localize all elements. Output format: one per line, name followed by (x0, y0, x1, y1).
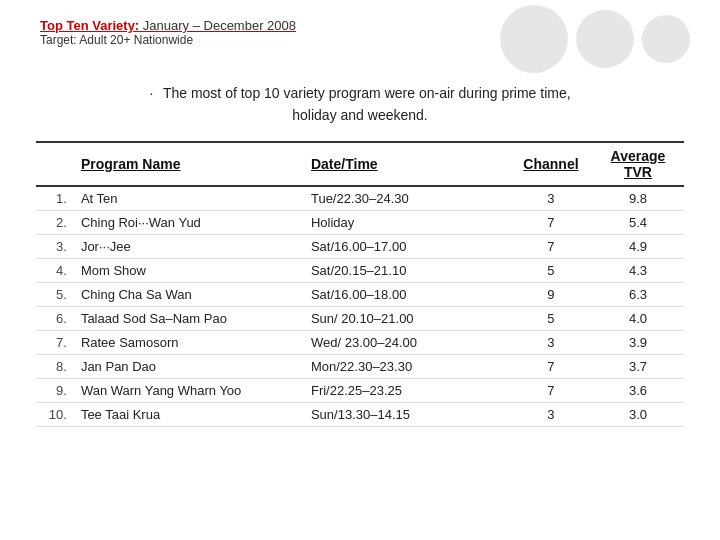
cell-tvr: 9.8 (592, 186, 684, 211)
cell-num: 2. (36, 210, 73, 234)
cell-tvr: 3.0 (592, 402, 684, 426)
title-line: Top Ten Variety: January – December 2008 (40, 18, 296, 33)
cell-datetime: Sun/ 20.10–21.00 (303, 306, 510, 330)
cell-datetime: Sun/13.30–14.15 (303, 402, 510, 426)
col-header-channel: Channel (510, 142, 592, 186)
table-body: 1. At Ten Tue/22.30–24.30 3 9.8 2. Ching… (36, 186, 684, 427)
cell-channel: 3 (510, 186, 592, 211)
cell-num: 5. (36, 282, 73, 306)
intro-line2: holiday and weekend. (0, 104, 720, 126)
table-row: 1. At Ten Tue/22.30–24.30 3 9.8 (36, 186, 684, 211)
cell-tvr: 4.0 (592, 306, 684, 330)
cell-name: Wan Warn Yang Wharn Yoo (73, 378, 303, 402)
cell-name: Ratee Samosorn (73, 330, 303, 354)
col-header-date: Date/Time (303, 142, 510, 186)
circle-2 (576, 10, 634, 68)
cell-tvr: 4.9 (592, 234, 684, 258)
cell-name: Ching Roi···Wan Yud (73, 210, 303, 234)
cell-num: 6. (36, 306, 73, 330)
table-row: 2. Ching Roi···Wan Yud Holiday 7 5.4 (36, 210, 684, 234)
cell-num: 4. (36, 258, 73, 282)
cell-num: 3. (36, 234, 73, 258)
cell-name: Mom Show (73, 258, 303, 282)
cell-channel: 7 (510, 210, 592, 234)
cell-name: Jan Pan Dao (73, 354, 303, 378)
cell-channel: 5 (510, 258, 592, 282)
table-row: 9. Wan Warn Yang Wharn Yoo Fri/22.25–23.… (36, 378, 684, 402)
cell-tvr: 3.7 (592, 354, 684, 378)
table-row: 7. Ratee Samosorn Wed/ 23.00–24.00 3 3.9 (36, 330, 684, 354)
cell-datetime: Tue/22.30–24.30 (303, 186, 510, 211)
cell-num: 8. (36, 354, 73, 378)
cell-channel: 7 (510, 234, 592, 258)
intro-text: · The most of top 10 variety program wer… (0, 82, 720, 127)
cell-tvr: 5.4 (592, 210, 684, 234)
cell-channel: 7 (510, 378, 592, 402)
table-row: 4. Mom Show Sat/20.15–21.10 5 4.3 (36, 258, 684, 282)
cell-tvr: 3.9 (592, 330, 684, 354)
table-row: 5. Ching Cha Sa Wan Sat/16.00–18.00 9 6.… (36, 282, 684, 306)
data-table-wrapper: Program Name Date/Time Channel Average T… (36, 141, 684, 427)
cell-datetime: Mon/22.30–23.30 (303, 354, 510, 378)
table-row: 3. Jor···Jee Sat/16.00–17.00 7 4.9 (36, 234, 684, 258)
cell-name: Tee Taai Krua (73, 402, 303, 426)
header-area: Top Ten Variety: January – December 2008… (40, 18, 296, 47)
table-row: 6. Talaad Sod Sa–Nam Pao Sun/ 20.10–21.0… (36, 306, 684, 330)
rankings-table: Program Name Date/Time Channel Average T… (36, 141, 684, 427)
cell-name: At Ten (73, 186, 303, 211)
cell-tvr: 6.3 (592, 282, 684, 306)
cell-num: 7. (36, 330, 73, 354)
cell-tvr: 4.3 (592, 258, 684, 282)
cell-name: Ching Cha Sa Wan (73, 282, 303, 306)
cell-datetime: Fri/22.25–23.25 (303, 378, 510, 402)
cell-channel: 9 (510, 282, 592, 306)
col-header-num (36, 142, 73, 186)
cell-channel: 3 (510, 330, 592, 354)
title-bold: Top Ten Variety: (40, 18, 139, 33)
col-header-name: Program Name (73, 142, 303, 186)
col-header-tvr: Average TVR (592, 142, 684, 186)
table-row: 10. Tee Taai Krua Sun/13.30–14.15 3 3.0 (36, 402, 684, 426)
decorative-circles (500, 5, 690, 73)
bullet: · (149, 85, 153, 101)
title-rest: January – December 2008 (139, 18, 296, 33)
subtitle-line: Target: Adult 20+ Nationwide (40, 33, 296, 47)
cell-name: Talaad Sod Sa–Nam Pao (73, 306, 303, 330)
cell-num: 10. (36, 402, 73, 426)
cell-num: 9. (36, 378, 73, 402)
table-row: 8. Jan Pan Dao Mon/22.30–23.30 7 3.7 (36, 354, 684, 378)
cell-datetime: Sat/20.15–21.10 (303, 258, 510, 282)
cell-datetime: Holiday (303, 210, 510, 234)
cell-channel: 5 (510, 306, 592, 330)
cell-datetime: Sat/16.00–18.00 (303, 282, 510, 306)
circle-3 (642, 15, 690, 63)
intro-line1-text: The most of top 10 variety program were … (159, 85, 570, 101)
cell-channel: 3 (510, 402, 592, 426)
cell-num: 1. (36, 186, 73, 211)
cell-datetime: Sat/16.00–17.00 (303, 234, 510, 258)
cell-name: Jor···Jee (73, 234, 303, 258)
cell-tvr: 3.6 (592, 378, 684, 402)
cell-datetime: Wed/ 23.00–24.00 (303, 330, 510, 354)
table-header-row: Program Name Date/Time Channel Average T… (36, 142, 684, 186)
circle-1 (500, 5, 568, 73)
intro-line1: · The most of top 10 variety program wer… (0, 82, 720, 104)
cell-channel: 7 (510, 354, 592, 378)
